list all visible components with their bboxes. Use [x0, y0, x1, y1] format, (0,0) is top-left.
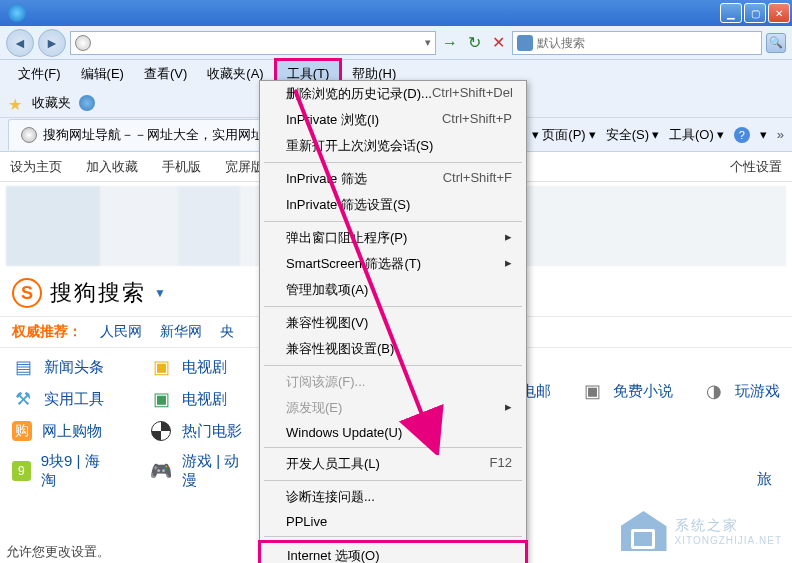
back-button[interactable]: ◄ — [6, 29, 34, 57]
dd-separator — [264, 306, 522, 307]
dd-windows-update[interactable]: Windows Update(U) — [260, 421, 526, 444]
watermark-logo-icon — [621, 511, 667, 551]
forward-button[interactable]: ► — [38, 29, 66, 57]
cat-novel[interactable]: ▣免费小说 — [581, 380, 673, 402]
watermark-sub: XITONGZHIJIA.NET — [675, 535, 783, 546]
toolbutton-page[interactable]: ▾页面(P)▾ — [532, 126, 595, 144]
cat-nine[interactable]: 99块9 | 海淘 — [12, 452, 110, 490]
dd-separator — [264, 365, 522, 366]
tv-icon: ▣ — [150, 356, 172, 378]
tools-dropdown-menu: 删除浏览的历史记录(D)...Ctrl+Shift+Del InPrivate … — [259, 80, 527, 563]
link-travel[interactable]: 旅 — [757, 470, 772, 489]
dd-feed-discovery[interactable]: 源发现(E) — [260, 395, 526, 421]
recommend-label: 权威推荐： — [12, 323, 82, 341]
book-icon: ▣ — [581, 380, 603, 402]
dd-delete-history[interactable]: 删除浏览的历史记录(D)...Ctrl+Shift+Del — [260, 81, 526, 107]
dd-separator — [264, 162, 522, 163]
sogou-dropdown-icon[interactable]: ▼ — [154, 286, 166, 300]
menu-view[interactable]: 查看(V) — [134, 61, 197, 87]
news-icon: ▤ — [12, 356, 34, 378]
toolbutton-tools[interactable]: 工具(O)▾ — [669, 126, 724, 144]
menu-file[interactable]: 文件(F) — [8, 61, 71, 87]
ie-logo-icon — [8, 4, 26, 22]
sogou-brand-text: 搜狗搜索 — [50, 278, 146, 308]
link-add-fav[interactable]: 加入收藏 — [86, 158, 138, 176]
link-personal[interactable]: 个性设置 — [730, 158, 782, 176]
toolbutton-safety[interactable]: 安全(S)▾ — [606, 126, 659, 144]
favorites-union-icon[interactable] — [79, 95, 95, 111]
recommend-link-2[interactable]: 央 — [220, 323, 234, 341]
gamepad-icon: 🎮 — [150, 460, 172, 482]
cat-shop[interactable]: 购网上购物 — [12, 420, 110, 442]
cat-movie[interactable]: 热门电影 — [150, 420, 248, 442]
favorites-star-icon[interactable]: ★ — [8, 95, 24, 111]
dd-smartscreen[interactable]: SmartScreen 筛选器(T) — [260, 251, 526, 277]
sogou-logo-icon: S — [12, 278, 42, 308]
search-provider-icon — [517, 35, 533, 51]
dd-compat-view-settings[interactable]: 兼容性视图设置(B) — [260, 336, 526, 362]
recommend-link-0[interactable]: 人民网 — [100, 323, 142, 341]
cat-tool[interactable]: ⚒实用工具 — [12, 388, 110, 410]
go-button[interactable]: → — [440, 33, 460, 53]
stop-button[interactable]: ✕ — [488, 33, 508, 53]
chevron-right-icon[interactable]: » — [777, 127, 784, 142]
play-icon: ◑ — [703, 380, 725, 402]
help-icon[interactable]: ? — [734, 127, 750, 143]
tv2-icon: ▣ — [150, 388, 172, 410]
address-bar[interactable]: ▾ — [70, 31, 436, 55]
dd-inprivate-browse[interactable]: InPrivate 浏览(I)Ctrl+Shift+P — [260, 107, 526, 133]
cat-news[interactable]: ▤新闻头条 — [12, 356, 110, 378]
favorites-label[interactable]: 收藏夹 — [32, 94, 71, 112]
tool-icon: ⚒ — [12, 388, 34, 410]
site-icon — [75, 35, 91, 51]
tab-favicon — [21, 127, 37, 143]
search-input[interactable] — [537, 36, 757, 50]
dd-compat-view[interactable]: 兼容性视图(V) — [260, 310, 526, 336]
refresh-button[interactable]: ↻ — [464, 33, 484, 53]
window-close-button[interactable]: ✕ — [768, 3, 790, 23]
dd-inprivate-filter-settings[interactable]: InPrivate 筛选设置(S) — [260, 192, 526, 218]
category-grid: ▤新闻头条 ▣电视剧 ⚒实用工具 ▣电视剧 购网上购物 热门电影 99块9 | … — [0, 348, 260, 498]
search-box[interactable] — [512, 31, 762, 55]
dd-dev-tools[interactable]: 开发人员工具(L)F12 — [260, 451, 526, 477]
nine-icon: 9 — [12, 461, 31, 481]
cat-play[interactable]: ◑玩游戏 — [703, 380, 780, 402]
link-set-home[interactable]: 设为主页 — [10, 158, 62, 176]
dd-separator — [264, 221, 522, 222]
address-dropdown-icon[interactable]: ▾ — [425, 36, 431, 49]
dd-subscribe-feed[interactable]: 订阅该源(F)... — [260, 369, 526, 395]
dd-reopen-session[interactable]: 重新打开上次浏览会话(S) — [260, 133, 526, 159]
dd-pplive[interactable]: PPLive — [260, 510, 526, 533]
watermark-name: 系统之家 — [675, 517, 783, 535]
dd-internet-options[interactable]: Internet 选项(O) — [261, 543, 525, 563]
right-categories: ✉电邮 ▣免费小说 ◑玩游戏 — [489, 380, 780, 402]
dd-manage-addons[interactable]: 管理加载项(A) — [260, 277, 526, 303]
window-maximize-button[interactable]: ▢ — [744, 3, 766, 23]
shop-icon: 购 — [12, 421, 32, 441]
dd-separator — [264, 536, 522, 537]
window-minimize-button[interactable]: ▁ — [720, 3, 742, 23]
dd-inprivate-filter[interactable]: InPrivate 筛选Ctrl+Shift+F — [260, 166, 526, 192]
dd-separator — [264, 447, 522, 448]
cat-tv2[interactable]: ▣电视剧 — [150, 388, 248, 410]
navigation-bar: ◄ ► ▾ → ↻ ✕ 🔍 — [0, 26, 792, 60]
tab-title: 搜狗网址导航－－网址大全，实用网址，尽 — [43, 126, 290, 144]
search-go-button[interactable]: 🔍 — [766, 33, 786, 53]
dd-separator — [264, 480, 522, 481]
window-titlebar: ▁ ▢ ✕ — [0, 0, 792, 26]
status-bar-text: 允许您更改设置。 — [6, 543, 110, 561]
cat-tv[interactable]: ▣电视剧 — [150, 356, 248, 378]
movie-icon — [150, 420, 172, 442]
watermark: 系统之家 XITONGZHIJIA.NET — [621, 511, 783, 551]
link-mobile[interactable]: 手机版 — [162, 158, 201, 176]
dd-diagnose-connection[interactable]: 诊断连接问题... — [260, 484, 526, 510]
menu-edit[interactable]: 编辑(E) — [71, 61, 134, 87]
dd-popup-blocker[interactable]: 弹出窗口阻止程序(P) — [260, 225, 526, 251]
recommend-link-1[interactable]: 新华网 — [160, 323, 202, 341]
cat-game[interactable]: 🎮游戏 | 动漫 — [150, 452, 248, 490]
